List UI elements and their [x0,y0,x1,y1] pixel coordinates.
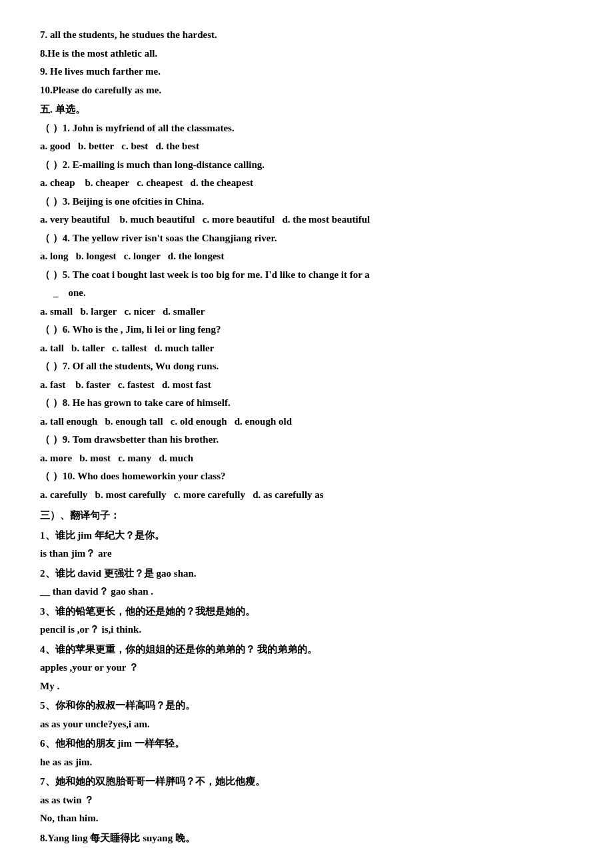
trans-answer-3: pencil is ,or？ is,i think. [40,621,573,639]
mc-options-1: a. good b. better c. best d. the best [40,138,573,155]
main-content: 7. all the students, he studues the hard… [40,27,573,847]
trans-answer-4a: apples ,your or your ？ [40,659,573,677]
mc-options-6: a. tall b. taller c. tallest d. much tal… [40,340,573,357]
trans-question-8: 8.Yang ling 每天睡得比 suyang 晚。 [40,830,573,847]
mc-options-8: a. tall enough b. enough tall c. old eno… [40,413,573,431]
trans-answer-1: is than jim？ are [40,545,573,563]
section-3-header: 三）、翻译句子： [40,507,573,525]
question-10: 10.Please do carefully as me. [40,82,573,99]
question-9: 9. He lives much farther me. [40,63,573,81]
mc-question-4: （ ）4. The yellow river isn't soas the Ch… [40,230,573,247]
trans-question-1: 1、谁比 jim 年纪大？是你。 [40,527,573,545]
trans-answer-7a: as as twin ？ [40,792,573,809]
trans-question-7: 7、她和她的双胞胎哥哥一样胖吗？不，她比他瘦。 [40,773,573,791]
trans-answer-6: he as as jim. [40,754,573,771]
trans-answer-2: __ than david？ gao shan . [40,583,573,601]
trans-question-4: 4、谁的苹果更重，你的姐姐的还是你的弟弟的？ 我的弟弟的。 [40,641,573,659]
mc-question-6: （ ）6. Who is the , Jim, li lei or ling f… [40,321,573,339]
mc-question-10: （ ）10. Who does homeworkin your class? [40,468,573,485]
mc-question-8: （ ）8. He has grown to take care of himse… [40,395,573,412]
mc-options-4: a. long b. longest c. longer d. the long… [40,248,573,265]
trans-answer-7b: No, than him. [40,810,573,827]
trans-question-2: 2、谁比 david 更强壮？是 gao shan. [40,565,573,583]
mc-options-5: a. small b. larger c. nicer d. smaller [40,303,573,321]
trans-answer-5: as as your uncle?yes,i am. [40,716,573,733]
mc-question-3: （ ）3. Beijing is one ofcities in China. [40,193,573,211]
mc-options-2: a. cheap b. cheaper c. cheapest d. the c… [40,175,573,192]
trans-question-6: 6、他和他的朋友 jim 一样年轻。 [40,735,573,753]
mc-options-9: a. more b. most c. many d. much [40,450,573,467]
mc-question-7: （ ）7. Of all the students, Wu dong runs. [40,358,573,375]
trans-question-5: 5、你和你的叔叔一样高吗？是的。 [40,697,573,715]
trans-question-3: 3、谁的铅笔更长，他的还是她的？我想是她的。 [40,603,573,621]
section-5-header: 五. 单选。 [40,101,573,119]
mc-question-9: （ ）9. Tom drawsbetter than his brother. [40,431,573,449]
mc-question-1: （ ）1. John is myfriend of all the classm… [40,120,573,137]
mc-options-10: a. carefully b. most carefully c. more c… [40,487,573,504]
mc-options-7: a. fast b. faster c. fastest d. most fas… [40,377,573,394]
mc-options-3: a. very beautiful b. much beautiful c. m… [40,211,573,229]
question-8: 8.He is the most athletic all. [40,45,573,63]
trans-answer-4b: My . [40,678,573,695]
mc-question-2: （ ）2. E-mailing is much than long-distan… [40,157,573,174]
mc-question-5: （ ）5. The coat i bought last week is too… [40,267,573,284]
mc-question-5-cont: _ one. [53,285,573,302]
question-7: 7. all the students, he studues the hard… [40,27,573,44]
